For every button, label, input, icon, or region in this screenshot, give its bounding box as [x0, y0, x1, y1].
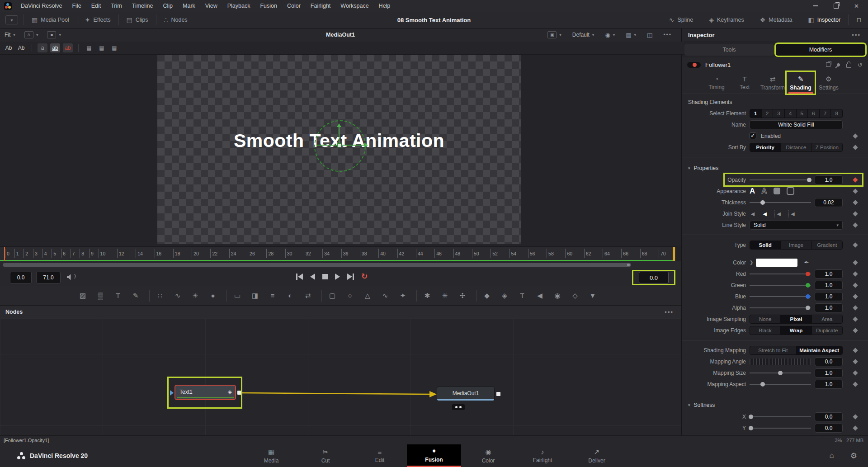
close-icon[interactable]: ✕: [854, 3, 859, 9]
keyframe-diamond-icon[interactable]: [853, 283, 858, 288]
keyframe-diamond-icon[interactable]: [853, 211, 858, 216]
toolbar-button-effects[interactable]: ✦Effects: [78, 12, 118, 28]
select-element-option-6[interactable]: 6: [808, 109, 820, 118]
softness-y-slider-handle[interactable]: [749, 426, 753, 430]
select-element-option-1[interactable]: 1: [750, 109, 762, 118]
softness-x-value[interactable]: 0.0: [815, 412, 843, 421]
subtab-shading[interactable]: ✎Shading: [787, 72, 815, 94]
blue-value[interactable]: 1.0: [815, 292, 843, 301]
keyframe-diamond-icon[interactable]: [853, 271, 858, 276]
thickness-slider-handle[interactable]: [760, 200, 765, 205]
tool-text-3d-icon[interactable]: T: [516, 290, 528, 302]
menu-timeline[interactable]: Timeline: [127, 0, 158, 12]
viewer-canvas[interactable]: Smooth Text Animation: [0, 54, 681, 246]
keyframe-diamond-icon[interactable]: [853, 189, 858, 193]
softness-x-slider-handle[interactable]: [749, 415, 753, 419]
mapping-size-slider[interactable]: [750, 373, 811, 373]
tool-polygon-mask-icon[interactable]: △: [362, 290, 373, 302]
select-element-option-7[interactable]: 7: [820, 109, 831, 118]
toolbar-button-panel-layout[interactable]: ⊓: [849, 12, 868, 28]
mapping-aspect-slider-handle[interactable]: [760, 382, 765, 387]
node-output-icon[interactable]: [496, 392, 500, 396]
toolbar-button-inspector[interactable]: ◧Inspector: [801, 12, 847, 28]
alpha-value[interactable]: 1.0: [815, 303, 843, 312]
channel-dropdown[interactable]: ■ ▾: [42, 31, 66, 38]
keyframe-diamond-icon[interactable]: [853, 177, 858, 182]
image-edges-option-black[interactable]: Black: [750, 326, 781, 335]
green-value[interactable]: 1.0: [815, 281, 843, 290]
tool-particle-render-icon[interactable]: ✳: [439, 290, 451, 302]
tool-transform-icon[interactable]: ▭: [231, 290, 243, 302]
subtab-timing[interactable]: ◔Timing: [703, 72, 731, 94]
char-level-style-icon[interactable]: a: [38, 43, 47, 52]
tool-shape-3d-icon[interactable]: ◈: [499, 290, 510, 302]
line-level-style-icon[interactable]: ab: [63, 43, 73, 52]
keyframe-diamond-icon[interactable]: [853, 382, 858, 387]
toolbar-button-spline[interactable]: ∿Spline: [662, 12, 700, 28]
text-cursor-tool-icon[interactable]: Ab: [4, 43, 14, 52]
paragraph-style-3-icon[interactable]: ▤: [109, 43, 119, 52]
tool-bspline-mask-icon[interactable]: ∿: [379, 290, 391, 302]
mapping-aspect-slider[interactable]: [750, 384, 811, 385]
join-none-icon[interactable]: ◄: [788, 210, 796, 217]
softness-x-slider[interactable]: [750, 416, 811, 417]
paragraph-style-2-icon[interactable]: ▤: [97, 43, 107, 52]
menu-fairlight[interactable]: Fairlight: [306, 0, 335, 12]
expand-arrow-icon[interactable]: ❯: [750, 260, 753, 265]
section-softness[interactable]: ▾Softness: [682, 398, 868, 411]
mapping-size-value[interactable]: 1.0: [815, 368, 843, 377]
play-button[interactable]: [335, 274, 340, 280]
keyframe-diamond-icon[interactable]: [853, 316, 858, 321]
sort-by-option-priority[interactable]: Priority: [750, 143, 781, 151]
restore-icon[interactable]: [834, 4, 839, 9]
node-mediaout1[interactable]: MediaOut1: [437, 387, 495, 401]
blue-slider-handle[interactable]: [806, 294, 810, 299]
page-tab-media[interactable]: ▦Media: [244, 444, 298, 467]
audio-mute-icon[interactable]: [67, 274, 73, 280]
project-home-icon[interactable]: ⌂: [829, 451, 834, 460]
tool-merge-3d-icon[interactable]: ◀: [534, 290, 546, 302]
menu-edit[interactable]: Edit: [86, 0, 106, 12]
select-element-option-3[interactable]: 3: [773, 109, 785, 118]
menu-trim[interactable]: Trim: [106, 0, 127, 12]
appearance-outline-text-icon[interactable]: A: [761, 187, 767, 196]
tool-resize-icon[interactable]: ⇄: [302, 290, 314, 302]
keyframe-diamond-icon[interactable]: [853, 242, 858, 247]
shading-mapping-option-stretch-to-fit[interactable]: Stretch to Fit: [750, 346, 797, 354]
opacity-slider-handle[interactable]: [807, 178, 811, 182]
keyframe-diamond-icon[interactable]: [853, 200, 858, 205]
red-slider[interactable]: [750, 274, 811, 274]
select-element-option-2[interactable]: 2: [762, 109, 774, 118]
paragraph-style-1-icon[interactable]: ▤: [84, 43, 94, 52]
menu-mark[interactable]: Mark: [178, 0, 200, 12]
element-name-field[interactable]: White Solid Fill: [750, 120, 843, 129]
transform-y-axis[interactable]: [339, 127, 340, 146]
image-edges-option-wrap[interactable]: Wrap: [781, 326, 811, 335]
mapping-angle-value[interactable]: 0.0: [815, 357, 843, 366]
tool-ellipse-mask-icon[interactable]: ○: [344, 290, 356, 302]
tool-merge-icon[interactable]: ◐: [284, 290, 296, 302]
join-round-icon[interactable]: ◄: [762, 210, 768, 217]
word-level-style-icon[interactable]: ab: [50, 43, 60, 52]
subtab-transform[interactable]: ⇄Transform: [759, 72, 787, 94]
keyframe-diamond-icon[interactable]: [853, 328, 858, 333]
subtab-settings[interactable]: ⚙Settings: [815, 72, 843, 94]
menu-playback[interactable]: Playback: [222, 0, 255, 12]
appearance-outline-box-icon[interactable]: [787, 187, 794, 195]
go-to-start-button[interactable]: [296, 274, 303, 280]
tool-color-corrector-icon[interactable]: ∷: [154, 290, 166, 302]
guides-dropdown[interactable]: ▦ ▾: [621, 32, 641, 38]
blue-slider[interactable]: [750, 296, 811, 297]
loop-button[interactable]: ↻: [361, 273, 368, 280]
mapping-angle-thumbwheel[interactable]: [750, 359, 811, 365]
keyframe-diamond-icon[interactable]: [853, 145, 858, 150]
mapping-aspect-value[interactable]: 1.0: [815, 380, 843, 389]
section-properties[interactable]: ▾Properties: [682, 161, 868, 174]
menu-color[interactable]: Color: [282, 0, 306, 12]
node-graph[interactable]: Text1 ◈ MediaOut1: [0, 318, 681, 435]
tool-text-plus-icon[interactable]: T: [112, 290, 124, 302]
tool-paint-icon[interactable]: ✎: [130, 290, 142, 302]
inspector-tab-modifiers[interactable]: Modifiers: [776, 44, 865, 56]
line-style-dropdown[interactable]: Solid▾: [750, 221, 843, 230]
red-value[interactable]: 1.0: [815, 269, 843, 278]
